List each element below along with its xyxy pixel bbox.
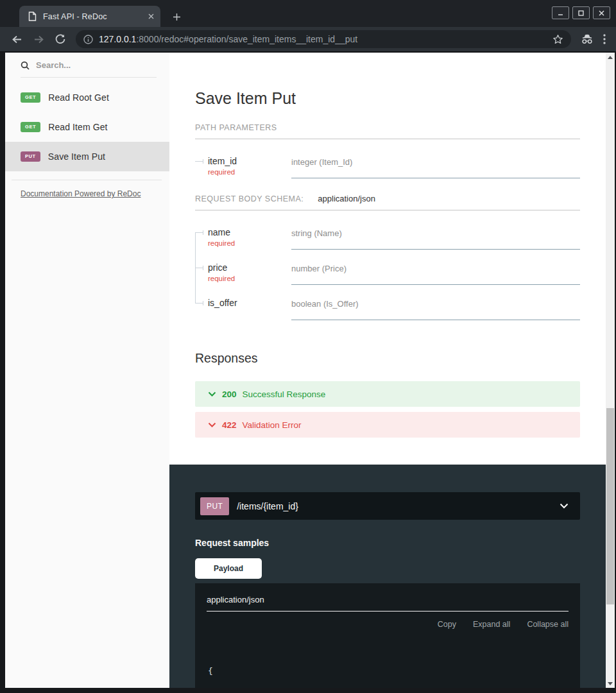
payload-tab[interactable]: Payload [195, 558, 262, 579]
browser-menu-icon[interactable] [603, 34, 606, 44]
field-type-cell: boolean (Is_Offer) [291, 298, 580, 320]
field-name-cell: is_offer [208, 298, 291, 320]
chevron-down-icon [560, 503, 569, 509]
expand-all-button[interactable]: Expand all [473, 620, 510, 629]
body-schema-fields: name required string (Name) price requir… [195, 227, 580, 320]
collapse-all-button[interactable]: Collapse all [527, 620, 569, 629]
sidebar-item-read-root-get[interactable]: GET Read Root Get [5, 83, 169, 112]
new-tab-button[interactable] [168, 8, 185, 25]
operation-doc: Save Item Put PATH PARAMETERS item_id re… [169, 53, 606, 438]
field-row-price: price required number (Price) [195, 262, 580, 285]
content-type-label: application/json [207, 595, 264, 604]
scroll-down-arrow[interactable] [606, 679, 615, 688]
http-get-badge: GET [21, 92, 40, 103]
reload-button[interactable] [50, 30, 71, 49]
powered-by-redoc-link[interactable]: Documentation Powered by ReDoc [21, 189, 141, 198]
tree-tick-icon [195, 156, 208, 178]
forward-button[interactable] [28, 30, 49, 49]
field-type: boolean (Is_Offer) [291, 298, 580, 309]
scroll-up-arrow[interactable] [606, 53, 615, 62]
field-name: name [208, 227, 291, 237]
request-samples-panel: PUT /items/{item_id} Request samples Pay… [169, 465, 606, 688]
field-name-cell: price required [208, 262, 291, 285]
field-type: number (Price) [291, 262, 580, 273]
response-200-bar[interactable]: 200 Successful Response [195, 381, 580, 407]
url-bar[interactable]: 127.0.0.1:8000/redoc#operation/save_item… [76, 30, 571, 48]
request-body-content-type: application/json [318, 194, 375, 203]
field-type: string (Name) [291, 227, 580, 238]
tab-title: Fast API - ReDoc [43, 12, 142, 21]
browser-titlebar: Fast API - ReDoc [0, 0, 616, 27]
maximize-button[interactable] [572, 6, 590, 19]
search-icon [21, 61, 30, 70]
required-flag: required [208, 168, 291, 176]
code-line: { [207, 664, 569, 678]
request-body-header: REQUEST BODY SCHEMA: application/json [195, 194, 580, 210]
required-flag: required [208, 275, 291, 282]
field-name-cell: name required [208, 227, 291, 250]
content-type-tab[interactable]: application/json [207, 594, 569, 612]
site-info-icon[interactable] [83, 35, 93, 44]
window-controls [552, 6, 610, 19]
bookmark-star-icon[interactable] [552, 34, 563, 45]
http-put-badge: PUT [21, 151, 40, 162]
response-code: 422 [222, 420, 237, 430]
scrollbar-thumb[interactable] [606, 408, 614, 604]
sidebar: GET Read Root Get GET Read Item Get PUT … [5, 53, 169, 688]
tree-tick-icon [195, 227, 208, 250]
json-code-sample: { "name": "string", "price": 0, "is_offe… [207, 635, 569, 688]
main-content: Save Item Put PATH PARAMETERS item_id re… [169, 53, 606, 688]
minimize-button[interactable] [552, 6, 569, 19]
endpoint-dropdown[interactable]: PUT /items/{item_id} [195, 492, 580, 520]
operations-menu: GET Read Root Get GET Read Item Get PUT … [5, 83, 169, 171]
param-name-cell: item_id required [208, 156, 291, 178]
endpoint-path: /items/{item_id} [237, 501, 552, 511]
sidebar-divider [12, 180, 162, 180]
chevron-down-icon [208, 391, 216, 397]
sidebar-item-label: Read Root Get [48, 92, 109, 103]
field-row-name: name required string (Name) [195, 227, 580, 250]
request-body-schema-label: REQUEST BODY SCHEMA: [195, 194, 304, 203]
sidebar-item-save-item-put[interactable]: PUT Save Item Put [5, 142, 169, 171]
http-get-badge: GET [21, 122, 40, 132]
path-parameters-header: PATH PARAMETERS [195, 123, 580, 139]
json-open-brace: { [208, 666, 213, 676]
param-type-cell: integer (Item_Id) [291, 156, 580, 178]
browser-toolbar: 127.0.0.1:8000/redoc#operation/save_item… [0, 27, 616, 52]
tree-tick-icon [195, 298, 208, 320]
param-row-item-id: item_id required integer (Item_Id) [195, 156, 580, 178]
sidebar-item-label: Read Item Get [48, 122, 107, 132]
back-button[interactable] [6, 30, 27, 49]
search-box[interactable] [21, 60, 157, 78]
url-text: 127.0.0.1:8000/redoc#operation/save_item… [99, 34, 547, 44]
page-favicon-icon [28, 12, 37, 21]
request-samples-title: Request samples [195, 538, 580, 548]
response-422-bar[interactable]: 422 Validation Error [195, 412, 580, 438]
field-row-is-offer: is_offer boolean (Is_Offer) [195, 298, 580, 320]
url-host: 127.0.0.1 [99, 34, 136, 44]
sidebar-item-label: Save Item Put [48, 151, 105, 162]
operation-title: Save Item Put [195, 89, 580, 108]
search-input[interactable] [36, 60, 139, 70]
field-type-cell: string (Name) [291, 227, 580, 250]
toolbar-right-icons [578, 33, 610, 45]
path-parameters-label: PATH PARAMETERS [195, 123, 277, 132]
sidebar-item-read-item-get[interactable]: GET Read Item Get [5, 112, 169, 142]
field-name: price [208, 262, 291, 273]
http-put-badge: PUT [200, 497, 229, 515]
copy-button[interactable]: Copy [438, 620, 456, 629]
close-button[interactable] [593, 6, 610, 19]
code-controls: Copy Expand all Collapse all [207, 620, 569, 629]
field-name: is_offer [208, 298, 291, 308]
param-name: item_id [208, 156, 291, 166]
page-scrollbar[interactable] [606, 53, 615, 688]
response-label: Successful Response [243, 389, 326, 399]
browser-tab[interactable]: Fast API - ReDoc [19, 6, 160, 27]
tab-close-icon[interactable] [148, 13, 154, 19]
chevron-down-icon [208, 422, 216, 427]
response-label: Validation Error [243, 420, 302, 430]
redoc-page: GET Read Root Get GET Read Item Get PUT … [5, 53, 606, 688]
incognito-icon [580, 33, 594, 45]
param-type: integer (Item_Id) [291, 156, 580, 167]
response-code: 200 [222, 389, 237, 399]
